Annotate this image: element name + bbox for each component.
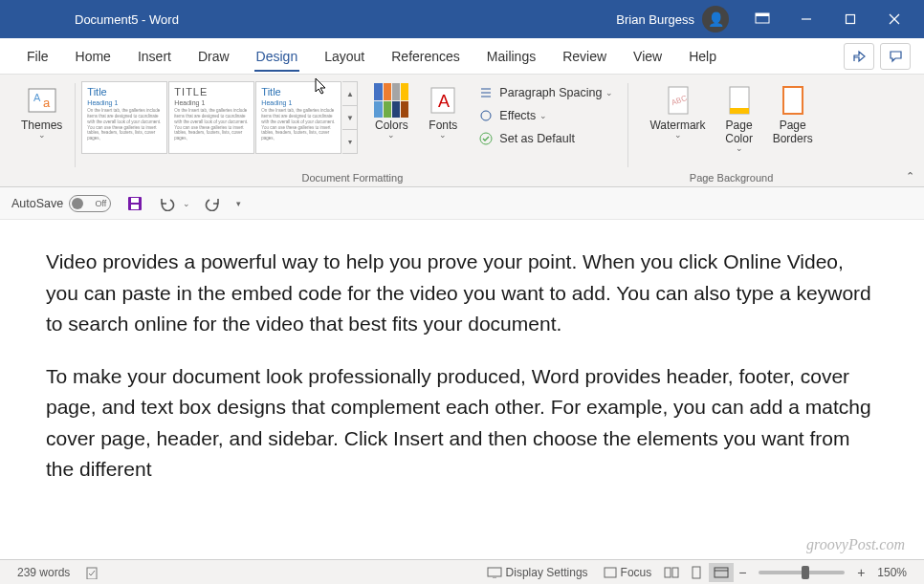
paragraph: Video provides a powerful way to help yo… <box>46 247 878 340</box>
ribbon-display-options-icon[interactable] <box>740 0 784 38</box>
gallery-scroll: ▲ ▼ ▾ <box>342 81 358 154</box>
tab-insert[interactable]: Insert <box>124 38 185 75</box>
fonts-icon: A <box>426 83 460 118</box>
word-count[interactable]: 239 words <box>10 566 77 579</box>
style-gallery: Title Heading 1 On the Insert tab, the g… <box>81 79 358 154</box>
undo-dropdown[interactable]: ⌄ <box>183 199 190 208</box>
effects-icon <box>478 108 494 123</box>
gallery-scroll-down[interactable]: ▼ <box>342 106 357 130</box>
svg-rect-29 <box>672 568 678 577</box>
tab-help[interactable]: Help <box>675 38 730 75</box>
quick-access-toolbar: AutoSave Off ⌄ ▾ <box>0 187 924 220</box>
close-button[interactable] <box>872 0 916 38</box>
colors-icon <box>374 83 408 118</box>
style-card[interactable]: TITLE Heading 1 On the Insert tab, the g… <box>168 81 254 154</box>
chevron-down-icon: ⌄ <box>387 130 395 140</box>
svg-rect-28 <box>665 568 671 577</box>
check-icon <box>478 131 494 146</box>
colors-button[interactable]: Colors ⌄ <box>365 79 417 143</box>
svg-rect-31 <box>715 568 728 577</box>
effects-button[interactable]: Effects ⌄ <box>474 106 617 125</box>
chevron-down-icon: ⌄ <box>674 130 682 140</box>
svg-text:A: A <box>438 92 450 111</box>
zoom-in-button[interactable]: + <box>852 565 869 580</box>
tab-mailings[interactable]: Mailings <box>473 38 549 75</box>
ribbon: Aa Themes ⌄ Title Heading 1 On the Inser… <box>0 75 924 187</box>
set-default-button[interactable]: Set as Default <box>474 129 617 148</box>
document-area[interactable]: Video provides a powerful way to help yo… <box>0 220 924 564</box>
tab-file[interactable]: File <box>13 38 62 75</box>
watermark-icon: ABC <box>661 83 695 118</box>
svg-rect-25 <box>488 568 501 576</box>
svg-rect-27 <box>605 568 616 577</box>
document-title: Document5 - Word <box>75 12 179 27</box>
undo-button[interactable] <box>153 190 182 217</box>
display-settings-button[interactable]: Display Settings <box>479 566 596 579</box>
svg-point-14 <box>481 111 491 120</box>
svg-rect-1 <box>756 13 769 16</box>
fonts-button[interactable]: A Fonts ⌄ <box>417 79 469 143</box>
statusbar: 239 words Display Settings Focus − + 150… <box>0 559 924 584</box>
page-color-button[interactable]: Page Color ⌄ <box>714 79 765 157</box>
tab-references[interactable]: References <box>378 38 473 75</box>
menubar: File Home Insert Draw Design Layout Refe… <box>0 38 924 75</box>
focus-button[interactable]: Focus <box>596 566 660 579</box>
zoom-out-button[interactable]: − <box>734 565 751 580</box>
autosave-toggle[interactable]: Off <box>69 195 111 212</box>
minimize-button[interactable] <box>784 0 828 38</box>
tab-design[interactable]: Design <box>243 38 312 75</box>
svg-rect-30 <box>693 567 700 578</box>
gallery-scroll-up[interactable]: ▲ <box>342 82 357 106</box>
zoom-level[interactable]: 150% <box>869 566 914 579</box>
style-card[interactable]: Title Heading 1 On the Insert tab, the g… <box>255 81 341 154</box>
svg-rect-22 <box>131 198 139 203</box>
paragraph: To make your document look professionall… <box>46 361 878 486</box>
svg-text:A: A <box>33 92 41 103</box>
gallery-expand[interactable]: ▾ <box>342 130 357 153</box>
style-card[interactable]: Title Heading 1 On the Insert tab, the g… <box>81 81 167 154</box>
qat-customize[interactable]: ▾ <box>236 199 241 208</box>
redo-button[interactable] <box>198 190 227 217</box>
page-color-label: Page Color <box>725 119 753 145</box>
collapse-ribbon-button[interactable]: ⌃ <box>906 170 914 183</box>
print-layout-icon[interactable] <box>684 563 709 582</box>
page-borders-button[interactable]: Page Borders <box>765 79 821 149</box>
spelling-status-icon[interactable] <box>77 566 106 579</box>
autosave-label: AutoSave <box>11 197 63 210</box>
tab-draw[interactable]: Draw <box>185 38 243 75</box>
formatting-options: Paragraph Spacing ⌄ Effects ⌄ Set as Def… <box>469 79 623 152</box>
zoom-slider[interactable] <box>759 571 845 574</box>
share-button[interactable] <box>844 43 874 70</box>
maximize-button[interactable] <box>828 0 872 38</box>
tab-home[interactable]: Home <box>62 38 124 75</box>
group-themes: Aa Themes ⌄ <box>8 77 76 186</box>
page-borders-icon <box>776 83 810 118</box>
paragraph-spacing-button[interactable]: Paragraph Spacing ⌄ <box>474 83 617 102</box>
chevron-down-icon: ⌄ <box>439 130 447 140</box>
themes-icon: Aa <box>25 83 59 118</box>
web-layout-icon[interactable] <box>709 563 734 582</box>
tab-view[interactable]: View <box>620 38 675 75</box>
svg-rect-3 <box>847 15 855 24</box>
tab-layout[interactable]: Layout <box>311 38 378 75</box>
svg-text:a: a <box>43 96 51 110</box>
svg-point-15 <box>480 133 492 144</box>
titlebar: Document5 - Word Brian Burgess 👤 <box>0 0 924 38</box>
avatar[interactable]: 👤 <box>702 6 729 32</box>
svg-rect-20 <box>783 87 803 114</box>
user-name[interactable]: Brian Burgess <box>616 12 694 27</box>
group-label: Document Formatting <box>301 169 403 186</box>
save-button[interactable] <box>121 190 149 217</box>
chevron-down-icon: ⌄ <box>736 143 743 153</box>
read-mode-icon[interactable] <box>659 563 684 582</box>
themes-button[interactable]: Aa Themes ⌄ <box>13 79 70 143</box>
svg-rect-19 <box>730 108 749 114</box>
chevron-down-icon: ⌄ <box>605 88 613 97</box>
group-page-background: ABC Watermark ⌄ Page Color ⌄ Page Border… <box>636 77 825 186</box>
group-label: Page Background <box>690 169 773 186</box>
watermark-button[interactable]: ABC Watermark ⌄ <box>642 79 713 143</box>
comments-button[interactable] <box>880 43 911 70</box>
tab-review[interactable]: Review <box>549 38 620 75</box>
page-color-icon <box>722 83 757 118</box>
group-document-formatting: Title Heading 1 On the Insert tab, the g… <box>76 77 628 186</box>
